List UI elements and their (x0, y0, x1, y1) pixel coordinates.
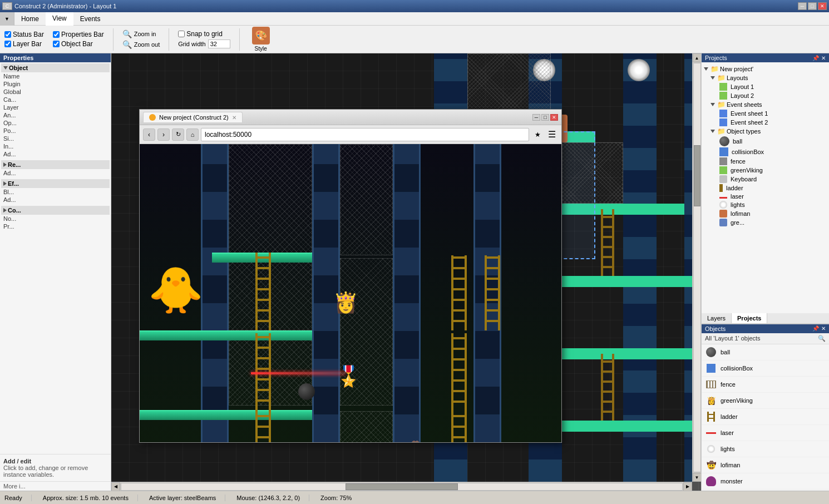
objects-close-btn[interactable]: ✕ (821, 325, 826, 332)
objects-pin-btn[interactable]: 📌 (812, 325, 819, 332)
object-item-greenviking[interactable]: 👸 greenViking (702, 393, 829, 409)
prop-section-re: Re... Ad... (0, 159, 111, 178)
tree-root[interactable]: 📁 New project' (702, 65, 829, 73)
browser-refresh[interactable]: ↻ (172, 129, 184, 141)
object-item-collisionbox[interactable]: collisionBox (702, 360, 829, 377)
status-bar-toggle[interactable]: Status Bar (4, 31, 44, 38)
layer-bar-toggle[interactable]: Layer Bar (4, 40, 44, 48)
tree-obj-lights[interactable]: lights (702, 200, 829, 209)
menu-events[interactable]: Events (73, 12, 107, 26)
tree-event-1[interactable]: Event sheet 1 (702, 109, 829, 118)
prop-row-pr: Pr... (1, 223, 110, 230)
browser-window[interactable]: New project (Construct 2) ✕ ─ □ ✕ ‹ › ↻ … (139, 109, 562, 443)
projects-pin-btn[interactable]: 📌 (812, 55, 819, 61)
scroll-up-btn[interactable]: ▲ (693, 53, 702, 62)
menu-home[interactable]: Home (14, 12, 46, 26)
projects-close-btn[interactable]: ✕ (821, 55, 826, 61)
main-layout: Properties Object Name Plugin Global (0, 53, 829, 491)
browser-menu[interactable]: ☰ (546, 129, 558, 141)
game-viking-char: 👸 (329, 283, 362, 322)
tree-obj-ball[interactable]: ball (702, 136, 829, 147)
app-menu-button[interactable]: ▼ (0, 12, 14, 26)
object-item-ball[interactable]: ball (702, 344, 829, 360)
object-item-laser[interactable]: laser (702, 425, 829, 441)
tree-obj-lofiman[interactable]: lofiman (702, 209, 829, 218)
tree-obj-fence[interactable]: fence (702, 157, 829, 166)
projects-tree[interactable]: 📁 New project' 📁 Layouts Layout 1 Layout… (702, 62, 829, 313)
browser-home[interactable]: ⌂ (186, 129, 199, 141)
properties-bar-toggle[interactable]: Properties Bar (53, 31, 104, 38)
object-icon-fence (705, 378, 717, 391)
tab-projects[interactable]: Projects (732, 313, 767, 323)
zoom-out-btn[interactable]: 🔍 Zoom out (122, 40, 160, 49)
prop-section-header-ef[interactable]: Ef... (1, 179, 110, 188)
snap-to-grid-toggle[interactable]: Snap to grid (178, 30, 230, 38)
tree-obj-collisionbox[interactable]: collisionBox (702, 147, 829, 157)
browser-forward[interactable]: › (157, 129, 170, 141)
objects-header-controls[interactable]: 📌 ✕ (812, 325, 826, 332)
toolbar-divider-2 (169, 28, 169, 51)
browser-close[interactable]: ✕ (550, 114, 558, 121)
v-scrollbar-thumb[interactable] (694, 145, 700, 206)
tree-obj-keyboard[interactable]: Keyboard (702, 175, 829, 184)
tree-event-2[interactable]: Event sheet 2 (702, 118, 829, 127)
prop-section-header-re[interactable]: Re... (1, 160, 110, 169)
close-btn[interactable]: ✕ (818, 2, 827, 10)
object-bar-toggle[interactable]: Object Bar (53, 40, 104, 48)
object-name-ball: ball (721, 349, 730, 355)
center-canvas-area[interactable]: 👑 New project (Construct 2) ✕ (111, 53, 701, 491)
projects-header-controls[interactable]: 📌 ✕ (812, 55, 826, 61)
maximize-btn[interactable]: □ (808, 2, 817, 10)
h-scrollbar[interactable]: ◀ ▶ (111, 482, 692, 491)
object-item-ladder[interactable]: ladder (702, 409, 829, 425)
v-scrollbar-track[interactable] (693, 63, 701, 472)
object-item-monster[interactable]: monster (702, 473, 829, 490)
browser-maximize[interactable]: □ (541, 114, 549, 121)
browser-window-controls[interactable]: ─ □ ✕ (532, 114, 558, 121)
game-ladder-6 (451, 411, 467, 442)
title-bar-left: C Construct 2 (Administrator) - Layout 1 (2, 2, 116, 10)
tree-obj-more-label: gre... (731, 219, 744, 226)
prop-row-ad2: Ad... (1, 169, 110, 177)
object-item-lofiman[interactable]: 🤠 lofiman (702, 457, 829, 473)
toolbar-view-checkboxes-2: Properties Bar Object Bar (53, 31, 104, 48)
tree-event-sheets-label: Event sheets (727, 101, 762, 108)
grid-width-input[interactable] (208, 39, 230, 48)
object-item-lights[interactable]: lights (702, 441, 829, 457)
h-scrollbar-thumb[interactable] (346, 483, 458, 490)
tree-object-types[interactable]: 📁 Object types (702, 127, 829, 136)
properties-content: Object Name Plugin Global Ca... (0, 62, 111, 454)
scroll-right-btn[interactable]: ▶ (683, 482, 692, 491)
tab-layers[interactable]: Layers (702, 313, 732, 323)
tree-layouts[interactable]: 📁 Layouts (702, 73, 829, 82)
window-controls[interactable]: ─ □ ✕ (798, 2, 827, 10)
browser-minimize[interactable]: ─ (532, 114, 540, 121)
tree-obj-greenviking[interactable]: greenViking (702, 166, 829, 175)
prop-section-header-object[interactable]: Object (1, 63, 110, 72)
tree-event-sheets[interactable]: 📁 Event sheets (702, 100, 829, 109)
tree-obj-laser[interactable]: laser (702, 192, 829, 200)
v-scrollbar[interactable]: ▲ ▼ (692, 53, 701, 482)
scroll-left-btn[interactable]: ◀ (111, 482, 120, 491)
properties-title: Properties (0, 53, 111, 62)
prop-section-header-co[interactable]: Co... (1, 206, 110, 215)
object-item-fence[interactable]: fence (702, 377, 829, 393)
menu-view[interactable]: View (46, 12, 73, 26)
scroll-down-btn[interactable]: ▼ (693, 473, 702, 482)
browser-tab[interactable]: New project (Construct 2) ✕ (143, 112, 243, 122)
browser-url-bar[interactable] (201, 128, 529, 141)
tree-layout-1[interactable]: Layout 1 (702, 82, 829, 91)
tree-obj-more[interactable]: gre... (702, 218, 829, 227)
tree-layout-2[interactable]: Layout 2 (702, 91, 829, 100)
browser-tab-close[interactable]: ✕ (232, 115, 236, 121)
zoom-in-btn[interactable]: 🔍 Zoom in (122, 29, 160, 38)
objects-search-btn[interactable]: 🔍 (818, 335, 826, 342)
style-btn[interactable]: 🎨 Style (249, 26, 273, 53)
tree-obj-ladder[interactable]: ladder (702, 184, 829, 192)
app-menu-btn[interactable]: C (2, 2, 12, 10)
browser-back[interactable]: ‹ (143, 129, 155, 141)
prop-row-ad: Ad... (1, 150, 110, 158)
h-scrollbar-track[interactable] (121, 483, 683, 491)
minimize-btn[interactable]: ─ (798, 2, 807, 10)
browser-bookmark[interactable]: ★ (531, 129, 544, 141)
